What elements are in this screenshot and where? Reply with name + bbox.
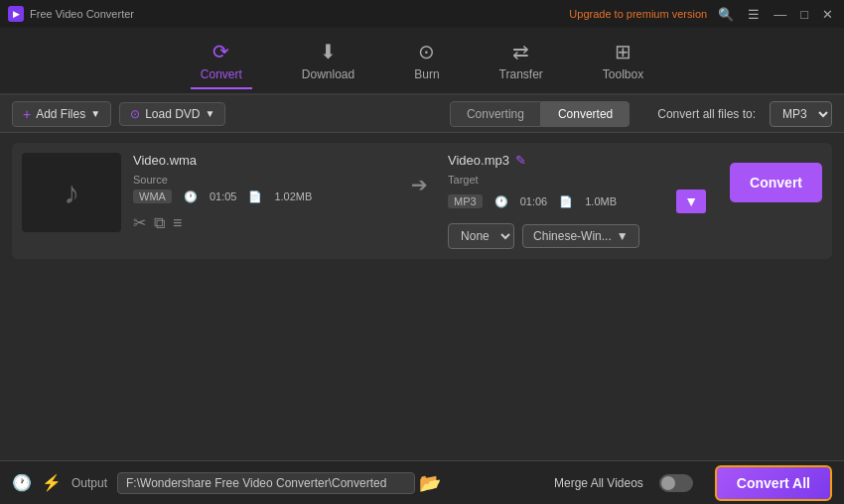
add-files-arrow-icon: ▼ <box>90 108 100 119</box>
app-logo: ▶ <box>8 6 24 22</box>
title-bar-left: ▶ Free Video Converter <box>8 6 134 22</box>
copy-button[interactable]: ⧉ <box>154 213 165 232</box>
file-item: ♪ Video.wma Source WMA 🕐 01:05 📄 1.02MB … <box>12 143 832 259</box>
bottom-bar: 🕐 ⚡ Output F:\Wondershare Free Video Con… <box>0 460 844 504</box>
close-button[interactable]: ✕ <box>819 7 836 22</box>
edit-icon[interactable]: ✎ <box>515 153 526 168</box>
language-label: Chinese-Win... <box>533 229 612 243</box>
convert-icon: ⟳ <box>212 40 229 63</box>
tab-converting[interactable]: Converting <box>450 101 541 127</box>
download-icon: ⬇ <box>320 40 337 63</box>
nav-toolbox[interactable]: ⊞ Toolbox <box>593 34 653 87</box>
nav-bar: ⟳ Convert ⬇ Download ⊙ Burn ⇄ Transfer ⊞… <box>0 28 844 95</box>
file-actions: ✂ ⧉ ≡ <box>133 213 391 232</box>
target-duration: 01:06 <box>520 195 548 207</box>
burn-icon: ⊙ <box>418 40 435 63</box>
lightning-icon[interactable]: ⚡ <box>42 473 62 492</box>
minimize-button[interactable]: — <box>771 7 789 22</box>
nav-download[interactable]: ⬇ Download <box>292 34 364 87</box>
target-name-row: Video.mp3 ✎ <box>448 153 706 168</box>
subtitle-row: None Chinese-Win... ▼ <box>448 223 706 249</box>
add-files-label: Add Files <box>36 107 85 121</box>
search-icon[interactable]: 🔍 <box>715 7 737 22</box>
lang-arrow-icon: ▼ <box>617 229 629 243</box>
format-select[interactable]: MP3 <box>770 101 832 127</box>
target-filename: Video.mp3 <box>448 153 509 168</box>
toggle-knob <box>661 476 675 490</box>
convert-all-button[interactable]: Convert All <box>715 465 832 501</box>
add-files-button[interactable]: + Add Files ▼ <box>12 101 111 127</box>
target-file-icon: 📄 <box>559 195 573 208</box>
language-select-button[interactable]: Chinese-Win... ▼ <box>522 224 639 248</box>
toolbar: + Add Files ▼ ⊙ Load DVD ▼ Converting Co… <box>0 95 844 133</box>
source-duration: 01:05 <box>210 190 237 202</box>
title-bar: ▶ Free Video Converter Upgrade to premiu… <box>0 0 844 28</box>
list-button[interactable]: ≡ <box>173 213 182 232</box>
maximize-button[interactable]: □ <box>797 7 811 22</box>
toolbox-icon: ⊞ <box>615 40 632 63</box>
nav-transfer-label: Transfer <box>499 67 543 81</box>
file-thumbnail: ♪ <box>22 153 121 232</box>
tab-area: Converting Converted <box>450 101 630 127</box>
app-title-text: Free Video Converter <box>30 8 134 20</box>
merge-all-videos-label: Merge All Videos <box>554 476 643 490</box>
clock-icon: 🕐 <box>184 190 198 203</box>
target-meta-row: MP3 🕐 01:06 📄 1.0MB ▼ <box>448 189 706 213</box>
convert-button[interactable]: Convert <box>730 163 822 202</box>
load-dvd-arrow-icon: ▼ <box>206 108 215 119</box>
target-format-badge: MP3 <box>448 194 483 208</box>
source-size: 1.02MB <box>274 190 312 202</box>
convert-all-files-label: Convert all files to: <box>657 107 756 121</box>
nav-burn-label: Burn <box>414 67 439 81</box>
clock-history-icon[interactable]: 🕐 <box>12 473 32 492</box>
output-path-row: F:\Wondershare Free Video Converter\Conv… <box>117 472 441 494</box>
main-content: ♪ Video.wma Source WMA 🕐 01:05 📄 1.02MB … <box>0 133 844 460</box>
upgrade-link[interactable]: Upgrade to premium version <box>569 8 707 20</box>
target-meta: MP3 🕐 01:06 📄 1.0MB <box>448 194 670 208</box>
nav-convert-label: Convert <box>201 67 242 81</box>
merge-toggle[interactable] <box>659 474 693 492</box>
nav-toolbox-label: Toolbox <box>603 67 643 81</box>
target-dropdown-button[interactable]: ▼ <box>676 189 706 213</box>
music-note-icon: ♪ <box>64 175 79 211</box>
nav-transfer[interactable]: ⇄ Transfer <box>490 34 553 87</box>
nav-burn[interactable]: ⊙ Burn <box>404 34 449 87</box>
load-dvd-button[interactable]: ⊙ Load DVD ▼ <box>119 102 225 126</box>
plus-icon: + <box>23 106 31 122</box>
source-filename: Video.wma <box>133 153 391 168</box>
target-size: 1.0MB <box>585 195 617 207</box>
transfer-icon: ⇄ <box>512 40 529 63</box>
title-bar-right: Upgrade to premium version 🔍 ☰ — □ ✕ <box>569 7 836 22</box>
source-format-badge: WMA <box>133 189 172 203</box>
nav-convert[interactable]: ⟳ Convert <box>191 34 252 89</box>
file-info-right: Video.mp3 ✎ Target MP3 🕐 01:06 📄 1.0MB ▼… <box>448 153 706 249</box>
target-clock-icon: 🕐 <box>494 195 508 208</box>
output-path: F:\Wondershare Free Video Converter\Conv… <box>117 472 415 494</box>
menu-icon[interactable]: ☰ <box>745 7 763 22</box>
file-info-left: Video.wma Source WMA 🕐 01:05 📄 1.02MB ✂ … <box>133 153 391 232</box>
arrow-icon: ➔ <box>403 173 436 196</box>
tab-converted[interactable]: Converted <box>541 101 630 127</box>
source-meta: WMA 🕐 01:05 📄 1.02MB <box>133 189 391 203</box>
open-folder-button[interactable]: 📂 <box>419 472 441 494</box>
output-label: Output <box>71 476 107 490</box>
file-icon: 📄 <box>248 190 262 203</box>
nav-download-label: Download <box>302 67 354 81</box>
source-label: Source <box>133 174 391 186</box>
dvd-icon: ⊙ <box>130 107 140 121</box>
load-dvd-label: Load DVD <box>145 107 200 121</box>
target-label: Target <box>448 174 706 186</box>
cut-button[interactable]: ✂ <box>133 213 146 232</box>
subtitle-select[interactable]: None <box>448 223 514 249</box>
